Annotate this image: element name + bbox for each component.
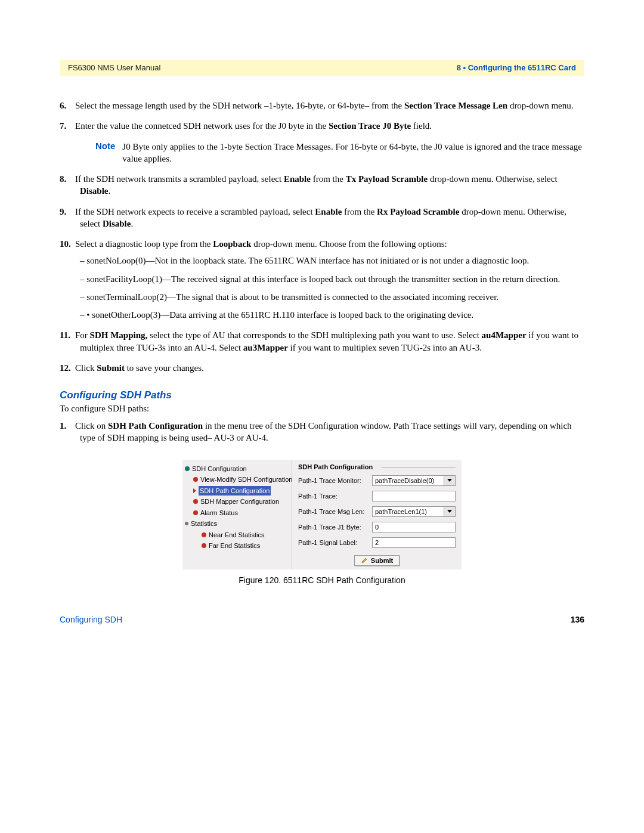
list-item-step1: 1.Click on SDH Path Configuration in the… <box>60 420 584 444</box>
row-signal-label: Path-1 Signal Label: 2 <box>298 537 456 548</box>
input-trace-j1[interactable]: 0 <box>372 522 456 532</box>
note-block: Note J0 Byte only applies to the 1-byte … <box>95 141 584 165</box>
form-panel: SDH Path Configuration Path-1 Trace Moni… <box>292 460 462 569</box>
item-number: 11. <box>60 329 75 341</box>
node-icon <box>193 477 198 482</box>
tree-node-sdh-path-config[interactable]: SDH Path Configuration <box>185 485 289 497</box>
submit-button[interactable]: Submit <box>354 555 400 566</box>
tree-node-view-modify[interactable]: View-Modify SDH Configuration <box>185 474 289 485</box>
node-selected-icon <box>193 488 196 493</box>
list-item-8: 8.If the SDH network transmits a scrambl… <box>60 173 584 197</box>
label-trace-msg-len: Path-1 Trace Msg Len: <box>298 508 369 515</box>
item-number: 6. <box>60 100 75 112</box>
input-trace[interactable] <box>372 491 456 501</box>
note-text: J0 Byte only applies to the 1-byte Secti… <box>122 141 584 165</box>
form-title: SDH Path Configuration <box>298 463 456 470</box>
item-number: 1. <box>60 420 75 432</box>
note-label: Note <box>95 141 115 165</box>
item-number: 7. <box>60 120 75 132</box>
node-icon <box>202 543 206 548</box>
label-signal-label: Path-1 Signal Label: <box>298 539 369 546</box>
figure-120: SDH Configuration View-Modify SDH Config… <box>60 460 584 569</box>
row-trace-msg-len: Path-1 Trace Msg Len: pathTraceLen1(1) <box>298 506 456 517</box>
node-icon <box>185 466 190 471</box>
item-number: 12. <box>60 362 75 374</box>
tree-node-far-end[interactable]: Far End Statistics <box>185 540 289 552</box>
dropdown-trace-msg-len[interactable]: pathTraceLen1(1) <box>372 506 456 517</box>
page-footer: Configuring SDH 136 <box>60 615 584 624</box>
row-trace-j1: Path-1 Trace J1 Byte: 0 <box>298 522 456 532</box>
item-number: 10. <box>60 238 75 250</box>
loopback-option: – sonetTerminalLoop(2)—The signal that i… <box>80 291 584 303</box>
list-item-11: 11.For SDH Mapping, select the type of A… <box>60 329 584 354</box>
list-item-7: 7.Enter the value the connetced SDH netw… <box>60 120 584 132</box>
loopback-options: – sonetNoLoop(0)—Not in the loopback sta… <box>80 255 584 321</box>
node-icon <box>193 499 198 504</box>
section-heading-sdh-paths: Configuring SDH Paths <box>60 389 584 401</box>
tree-node-root[interactable]: SDH Configuration <box>185 463 289 475</box>
chevron-down-icon <box>444 507 455 516</box>
figure-caption: Figure 120. 6511RC SDH Path Configuratio… <box>60 575 584 585</box>
pencil-icon <box>361 557 368 564</box>
row-trace: Path-1 Trace: <box>298 491 456 501</box>
node-icon <box>202 532 206 537</box>
tree-node-sdh-mapper[interactable]: SDH Mapper Configuration <box>185 496 289 507</box>
tree-node-near-end[interactable]: Near End Statistics <box>185 529 289 541</box>
loopback-option: – sonetNoLoop(0)—Not in the loopback sta… <box>80 255 584 267</box>
tree-node-alarm-status[interactable]: Alarm Status <box>185 507 289 519</box>
footer-section: Configuring SDH <box>60 615 122 624</box>
dropdown-trace-monitor[interactable]: pathTraceDisable(0) <box>372 475 456 486</box>
row-trace-monitor: Path-1 Trace Monitor: pathTraceDisable(0… <box>298 475 456 486</box>
footer-page-number: 136 <box>571 615 584 624</box>
section-intro: To configure SDH paths: <box>60 404 584 414</box>
page-header: FS6300 NMS User Manual 8 • Configuring t… <box>60 60 584 76</box>
label-trace-j1: Path-1 Trace J1 Byte: <box>298 524 369 531</box>
list-item-12: 12.Click Submit to save your changes. <box>60 362 584 374</box>
connector-icon <box>185 522 188 525</box>
list-item-6: 6.Select the message length used by the … <box>60 100 584 112</box>
loopback-option: – • sonetOtherLoop(3)—Data arriving at t… <box>80 309 584 321</box>
label-trace-monitor: Path-1 Trace Monitor: <box>298 477 369 484</box>
header-chapter-title: 8 • Configuring the 6511RC Card <box>457 63 576 72</box>
menu-tree-panel: SDH Configuration View-Modify SDH Config… <box>182 460 292 569</box>
label-trace: Path-1 Trace: <box>298 493 369 500</box>
item-number: 9. <box>60 206 75 218</box>
submit-label: Submit <box>371 557 393 564</box>
tree-node-statistics[interactable]: Statistics <box>185 518 289 529</box>
item-number: 8. <box>60 173 75 185</box>
list-item-10: 10.Select a diagnostic loop type from th… <box>60 238 584 321</box>
chevron-down-icon <box>444 476 455 485</box>
header-manual-title: FS6300 NMS User Manual <box>68 63 160 72</box>
input-signal-label[interactable]: 2 <box>372 537 456 548</box>
node-icon <box>193 510 198 515</box>
loopback-option: – sonetFacilityLoop(1)—The received sign… <box>80 273 584 285</box>
list-item-9: 9.If the SDH network expects to receive … <box>60 206 584 230</box>
page-content: 6.Select the message length used by the … <box>60 76 584 624</box>
